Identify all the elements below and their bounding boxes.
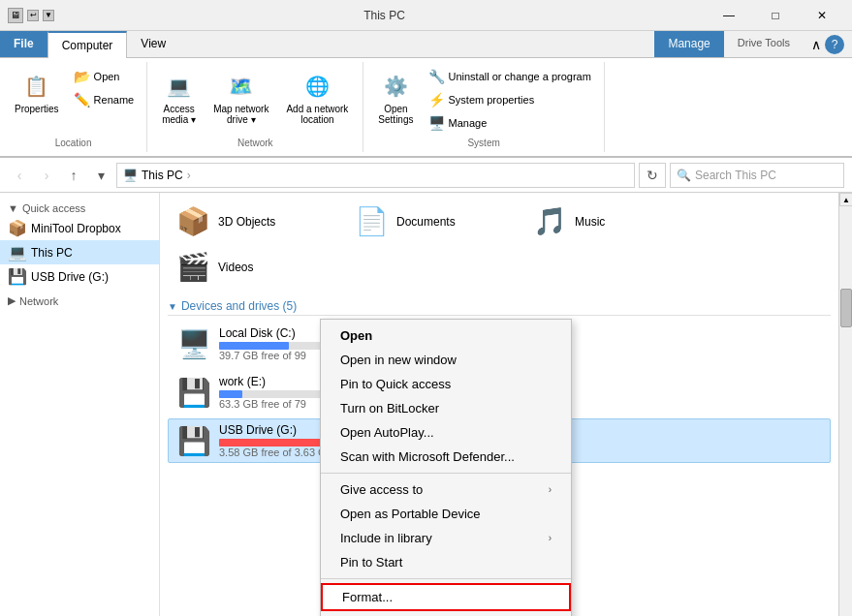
- search-icon: 🔍: [677, 169, 691, 182]
- up-button[interactable]: ↑: [62, 164, 85, 187]
- drive-g-bar: [219, 439, 330, 447]
- breadcrumb-bar[interactable]: 🖥️ This PC ›: [116, 163, 635, 188]
- ctx-open[interactable]: Open: [321, 323, 571, 348]
- title-dropdown-btn[interactable]: ▼: [43, 10, 54, 21]
- map-drive-icon: 🗺️: [226, 71, 257, 102]
- ribbon-group-location: 📋 Properties 📂 Open ✏️ Rename Location: [0, 62, 147, 152]
- access-media-label: Accessmedia ▾: [162, 104, 196, 125]
- ribbon-btn-map-drive[interactable]: 🗺️ Map networkdrive ▾: [206, 66, 275, 130]
- forward-button[interactable]: ›: [35, 164, 58, 187]
- ribbon-btn-add-location[interactable]: 🌐 Add a networklocation: [279, 66, 355, 130]
- system-props-label: System properties: [449, 94, 535, 106]
- ribbon-btn-rename[interactable]: ✏️ Rename: [70, 89, 140, 110]
- add-location-icon: 🌐: [301, 71, 332, 102]
- uninstall-icon: 🔧: [429, 69, 445, 84]
- drive-e-bar-bg: [219, 390, 335, 398]
- drive-c-info: Local Disk (C:) 39.7 GB free of 99: [219, 326, 335, 361]
- uninstall-label: Uninstall or change a program: [449, 71, 591, 82]
- ribbon-location-items: 📋 Properties 📂 Open ✏️ Rename: [8, 66, 139, 134]
- folder-documents[interactable]: 📄 Documents: [346, 200, 521, 242]
- sidebar-item-minitool[interactable]: 📦 MiniTool Dropbox: [0, 216, 159, 240]
- network-chevron-icon: ▶: [8, 294, 16, 307]
- sidebar-minitool-label: MiniTool Dropbox: [31, 222, 121, 235]
- ribbon-btn-open-settings[interactable]: ⚙️ OpenSettings: [371, 66, 420, 130]
- tab-manage[interactable]: Manage: [654, 31, 723, 57]
- ctx-eject[interactable]: Eject: [321, 611, 571, 616]
- sidebar-item-usbdrive[interactable]: 💾 USB Drive (G:): [0, 264, 159, 289]
- recent-locations-button[interactable]: ▾: [89, 164, 112, 187]
- breadcrumb-sep: ›: [187, 169, 191, 182]
- drive-c-space: 39.7 GB free of 99: [219, 350, 335, 361]
- scrollbar-track[interactable]: [839, 206, 852, 616]
- folder-music[interactable]: 🎵 Music: [524, 200, 699, 242]
- breadcrumb-this-pc: This PC: [142, 169, 183, 182]
- folders-grid: 📦 3D Objects 📄 Documents 🎵 Music 🎬 Video…: [168, 200, 831, 288]
- ribbon-btn-uninstall[interactable]: 🔧 Uninstall or change a program: [425, 66, 596, 87]
- folder-3dobjects[interactable]: 📦 3D Objects: [168, 200, 342, 242]
- sidebar-item-thispc[interactable]: 💻 This PC: [0, 240, 159, 264]
- ctx-portable-device[interactable]: Open as Portable Device: [321, 502, 571, 526]
- folder-videos-label: Videos: [218, 261, 253, 274]
- ribbon-btn-open[interactable]: 📂 Open: [70, 66, 140, 87]
- map-drive-label: Map networkdrive ▾: [213, 104, 268, 125]
- drive-c-bar: [219, 342, 289, 350]
- scroll-up-button[interactable]: ▲: [839, 193, 852, 206]
- ribbon-collapse-btn[interactable]: ∧: [811, 37, 821, 52]
- sidebar-thispc-label: This PC: [31, 246, 73, 260]
- ctx-bitlocker[interactable]: Turn on BitLocker: [321, 396, 571, 420]
- open-label: Open: [94, 71, 120, 82]
- scrollbar-thumb[interactable]: [840, 289, 852, 327]
- tab-view[interactable]: View: [127, 31, 179, 57]
- folder-videos[interactable]: 🎬 Videos: [168, 246, 342, 288]
- ribbon-btn-access-media[interactable]: 💻 Accessmedia ▾: [155, 66, 203, 130]
- rename-icon: ✏️: [75, 92, 90, 108]
- ctx-pin-quick-access[interactable]: Pin to Quick access: [321, 372, 571, 396]
- properties-icon: 📋: [21, 71, 52, 102]
- drive-g-icon: 💾: [176, 425, 211, 457]
- ctx-include-library[interactable]: Include in library ›: [321, 526, 571, 550]
- ribbon-group-network: 💻 Accessmedia ▾ 🗺️ Map networkdrive ▾ 🌐 …: [147, 62, 363, 152]
- quick-access-btn[interactable]: ↩: [27, 10, 39, 21]
- ribbon-btn-system-props[interactable]: ⚡ System properties: [425, 89, 596, 110]
- refresh-button[interactable]: ↻: [639, 163, 666, 188]
- folder-3dobjects-label: 3D Objects: [218, 215, 275, 229]
- help-button[interactable]: ?: [825, 35, 844, 54]
- minitool-icon: 📦: [8, 219, 25, 237]
- search-bar[interactable]: 🔍 Search This PC: [670, 163, 844, 188]
- sidebar-section-quickaccess[interactable]: ▼ Quick access: [0, 197, 159, 216]
- sidebar-section-network[interactable]: ▶ Network: [0, 289, 159, 309]
- ctx-open-new-window[interactable]: Open in new window: [321, 348, 571, 372]
- tab-drive-tools: Drive Tools: [724, 31, 804, 57]
- ctx-defender[interactable]: Scan with Microsoft Defender...: [321, 445, 571, 469]
- thispc-icon: 💻: [8, 243, 25, 262]
- drive-e-icon: 💾: [176, 377, 211, 409]
- drive-c-icon: 🖥️: [176, 328, 211, 360]
- folder-documents-icon: 📄: [355, 205, 389, 237]
- back-button[interactable]: ‹: [8, 164, 31, 187]
- drive-e-name: work (E:): [219, 375, 335, 388]
- maximize-button[interactable]: □: [753, 0, 798, 31]
- devices-chevron-icon: ▼: [168, 301, 177, 312]
- close-button[interactable]: ✕: [800, 0, 844, 31]
- ctx-autoplay[interactable]: Open AutoPlay...: [321, 420, 571, 445]
- ctx-give-access[interactable]: Give access to ›: [321, 477, 571, 502]
- usb-icon: 💾: [8, 267, 25, 286]
- folder-videos-icon: 🎬: [176, 251, 210, 283]
- drive-e-bar: [219, 390, 242, 398]
- tab-file[interactable]: File: [0, 31, 47, 57]
- devices-section-header[interactable]: ▼ Devices and drives (5): [168, 299, 831, 316]
- ctx-format[interactable]: Format...: [321, 583, 571, 611]
- open-settings-label: OpenSettings: [378, 104, 413, 125]
- ctx-pin-start[interactable]: Pin to Start: [321, 550, 571, 574]
- drive-g-name: USB Drive (G:): [219, 423, 335, 437]
- manage-label: Manage: [449, 117, 488, 129]
- breadcrumb-folder-icon: 🖥️: [123, 169, 138, 182]
- ribbon-btn-properties[interactable]: 📋 Properties: [8, 66, 66, 119]
- tab-computer[interactable]: Computer: [47, 31, 128, 58]
- ribbon-content: 📋 Properties 📂 Open ✏️ Rename Location: [0, 58, 852, 157]
- app-icon: 🖥: [8, 8, 23, 23]
- ribbon-btn-manage[interactable]: 🖥️ Manage: [425, 112, 596, 134]
- settings-icon: ⚙️: [380, 71, 411, 102]
- network-group-label: Network: [155, 134, 355, 148]
- minimize-button[interactable]: —: [707, 0, 751, 31]
